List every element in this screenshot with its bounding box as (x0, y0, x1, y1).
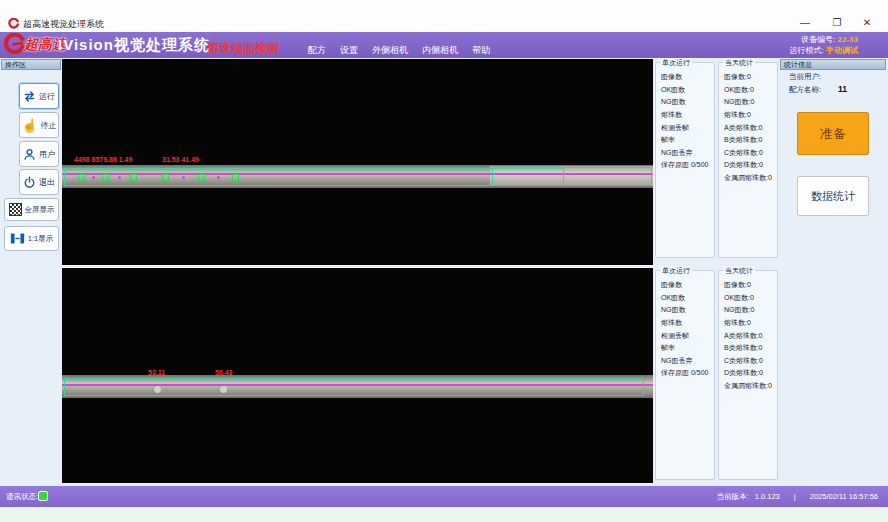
stop-button[interactable]: ☝ 停止 (19, 112, 59, 138)
stat-row: 保存原图 0/500 (661, 367, 714, 380)
desktop-edge (0, 507, 888, 522)
fullscreen-button-label: 全屏显示 (25, 205, 55, 215)
user-button[interactable]: 用户 (19, 141, 59, 167)
stat-row: A类熔珠数:0 (724, 121, 777, 134)
stat-row: D类熔珠数:0 (724, 159, 777, 172)
stat-row: OK图数 (661, 292, 714, 305)
stat-row: NG图丢弃 (661, 147, 714, 160)
main-area: 操作区 运行 ☝ 停止 用户 退出 (0, 58, 888, 486)
device-info: 设备编号: 22-33 运行模式: 手动调试 (790, 34, 858, 56)
window-title: 超高速视觉处理系统 (23, 18, 104, 31)
inner-camera-view: 53.11 56.43 (62, 268, 653, 483)
measurement-label: 53.11 (148, 369, 165, 376)
today-stats-top: 当天统计 图像数:0 OK图数:0 NG图数:0 熔珠数:0 A类熔珠数:0 B… (718, 62, 778, 258)
bead-marker (198, 174, 205, 181)
stat-row: D类熔珠数:0 (724, 367, 777, 380)
comm-status-led (38, 491, 48, 501)
maximize-button[interactable]: ❐ (826, 15, 848, 31)
stat-row: OK图数:0 (724, 292, 777, 305)
bead-dot (182, 176, 185, 179)
run-mode-label: 运行模式: (790, 46, 824, 55)
bead-marker (102, 174, 109, 181)
operation-panel-header: 操作区 (1, 59, 61, 70)
detection-rectangle (64, 378, 644, 396)
today-stats-bottom: 当天统计 图像数:0 OK图数:0 NG图数:0 熔珠数:0 A类熔珠数:0 B… (718, 270, 778, 480)
run-button[interactable]: 运行 (19, 83, 59, 109)
bead-marker (78, 174, 85, 181)
measurement-label: 56.43 (215, 369, 233, 376)
groupbox-title: 单次运行 (660, 58, 692, 68)
stat-row: OK图数:0 (724, 84, 777, 97)
stat-row: OK图数 (661, 84, 714, 97)
stat-row: 金属屑熔珠数:0 (724, 380, 777, 393)
statistics-panel-header: 统计信息 (780, 59, 886, 70)
minimize-button[interactable]: — (794, 15, 816, 31)
stat-row: 帧率 (661, 134, 714, 147)
menu-help[interactable]: 帮助 (472, 44, 490, 57)
stop-hand-icon: ☝ (21, 119, 37, 132)
stat-row: 熔珠数 (661, 317, 714, 330)
version-value: 1.0.123 (755, 492, 780, 502)
groupbox-title: 当天统计 (723, 266, 755, 276)
version-label: 当前版本: (717, 492, 749, 502)
stat-row: 熔珠数:0 (724, 109, 777, 122)
measurement-annotation: 31.53 41.49 (162, 156, 199, 163)
device-id-value: 22-33 (838, 35, 858, 44)
app-subtitle: 熔珠端面检测 (207, 40, 279, 57)
stat-row: B类熔珠数:0 (724, 134, 777, 147)
outer-camera-view: 4498 8579.88 1.49 31.53 41.49 (62, 59, 653, 265)
stat-row: NG图数 (661, 96, 714, 109)
status-bar: 通讯状态: 当前版本: 1.0.123 | 2025/02/11 16:57:5… (0, 486, 888, 507)
bead-dot (92, 176, 95, 179)
bead-circle-marker (220, 386, 227, 393)
bead-dot (118, 176, 121, 179)
stat-row: 帧率 (661, 342, 714, 355)
stat-row: 图像数:0 (724, 71, 777, 84)
stat-row: 熔珠数 (661, 109, 714, 122)
run-mode-value: 手动调试 (826, 46, 858, 55)
stat-row: NG图丢弃 (661, 355, 714, 368)
datetime-value: 2025/02/11 16:57:56 (810, 492, 878, 502)
device-id-label: 设备编号: (801, 35, 835, 44)
one-to-one-button[interactable]: 1:1显示 (4, 226, 59, 251)
bead-marker (232, 174, 239, 181)
stat-row: NG图数 (661, 304, 714, 317)
titlebar: 超高速视觉处理系统 — ❐ ✕ (0, 0, 888, 32)
app-title: IVision视觉处理系统 (58, 36, 210, 55)
data-statistics-button[interactable]: 数据统计 (797, 176, 869, 216)
menu-settings[interactable]: 设置 (340, 44, 358, 57)
groupbox-title: 当天统计 (723, 58, 755, 68)
stat-row: 熔珠数:0 (724, 317, 777, 330)
bead-dot (217, 176, 220, 179)
measurement-annotation: 4498 8579.88 1.49 (74, 156, 132, 163)
menu-recipe[interactable]: 配方 (308, 44, 326, 57)
close-button[interactable]: ✕ (856, 15, 878, 31)
stat-row: 图像数 (661, 71, 714, 84)
power-icon (23, 176, 36, 189)
stat-row: 金属屑熔珠数:0 (724, 172, 777, 185)
stat-row: 保存原图 0/500 (661, 159, 714, 172)
stat-row: C类熔珠数:0 (724, 355, 777, 368)
stop-button-label: 停止 (41, 120, 57, 131)
menu-outer-camera[interactable]: 外侧相机 (372, 44, 408, 57)
stat-row: B类熔珠数:0 (724, 342, 777, 355)
user-icon (23, 148, 36, 161)
app-logo-icon (8, 18, 19, 29)
stat-row: 图像数 (661, 279, 714, 292)
separator: | (794, 492, 796, 502)
detection-rectangle (64, 168, 564, 186)
one-to-one-icon (10, 232, 25, 245)
brand-swoosh-icon (3, 33, 25, 55)
recipe-name-value: 11 (838, 84, 847, 94)
exit-button[interactable]: 退出 (19, 169, 59, 195)
single-run-stats-top: 单次运行 图像数 OK图数 NG图数 熔珠数 检测丢帧 帧率 NG图丢弃 保存原… (655, 62, 715, 258)
prepare-button[interactable]: 准备 (797, 112, 869, 155)
stat-row: 检测丢帧 (661, 121, 714, 134)
menu-inner-camera[interactable]: 内侧相机 (422, 44, 458, 57)
exit-button-label: 退出 (39, 177, 55, 188)
fullscreen-button[interactable]: 全屏显示 (4, 198, 59, 221)
stat-row: 检测丢帧 (661, 329, 714, 342)
stat-row: NG图数:0 (724, 304, 777, 317)
stat-row: 图像数:0 (724, 279, 777, 292)
one-to-one-button-label: 1:1显示 (28, 234, 53, 244)
